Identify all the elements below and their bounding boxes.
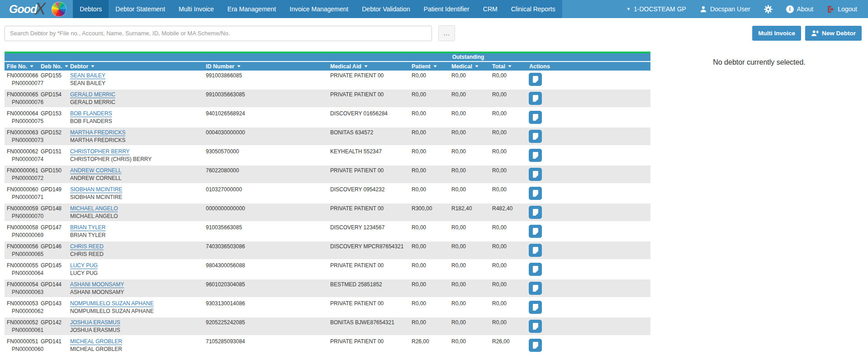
practice-name: 1-DOCSTEAM GP	[634, 5, 686, 13]
total-outstanding-cell: R26,00	[490, 336, 527, 354]
debtor-statement-button[interactable]	[529, 149, 542, 162]
table-row[interactable]: FN00000059 PN00000070 GPD148 MICHAEL ANG…	[5, 204, 650, 222]
column-header-file-no[interactable]: File No. ▼	[5, 63, 38, 70]
debtor-cell: MICHEAL GROBLER MICHEAL GROBLER	[68, 336, 204, 354]
id-number-cell: 76022080000	[204, 166, 328, 183]
table-row[interactable]: FN00000064 PN00000075 GPD153 BOB FLANDER…	[5, 109, 650, 128]
new-debtor-button[interactable]: New Debtor	[805, 26, 862, 41]
medical-outstanding-cell: R0,00	[449, 298, 490, 316]
table-row[interactable]: FN00000058 PN00000069 GPD147 BRIAN TYLER…	[5, 222, 650, 241]
search-input[interactable]	[5, 26, 432, 41]
nav-item[interactable]: Multi Invoice	[172, 0, 221, 18]
column-header-debtor[interactable]: Debtor ▼	[68, 63, 204, 70]
nav-item-label: Multi Invoice	[179, 5, 214, 13]
debtor-statement-button[interactable]	[529, 225, 542, 238]
debtor-name-link[interactable]: BOB FLANDERS	[70, 110, 112, 118]
table-row[interactable]: FN00000054 PN00000063 GPD144 ASHANI MOON…	[5, 279, 650, 298]
debtor-statement-button[interactable]	[529, 73, 542, 86]
debtor-name-link[interactable]: BRIAN TYLER	[70, 224, 105, 232]
nav-item[interactable]: Debtor Statement	[109, 0, 172, 18]
table-row[interactable]: FN00000066 PN00000077 GPD155 SEAN BAILEY…	[5, 71, 650, 90]
nav-item[interactable]: Debtors	[73, 0, 109, 18]
debtor-statement-button[interactable]	[529, 244, 542, 257]
patient-outstanding-cell: R0,00	[409, 166, 449, 183]
debtor-name-link[interactable]: CHRIS REED	[70, 243, 104, 251]
column-header-id-number[interactable]: ID Number ▼	[204, 63, 328, 70]
column-header-medical[interactable]: Medical ▼	[449, 63, 490, 70]
deb-no-cell: GPD149	[38, 185, 68, 202]
actions-cell	[527, 71, 650, 88]
table-row[interactable]: FN00000052 PN00000061 GPD142 JOSHUA ERAS…	[5, 317, 650, 336]
about-button[interactable]: i About	[786, 5, 814, 13]
debtor-name-link[interactable]: MICHEAL GROBLER	[70, 338, 122, 346]
nav-item[interactable]: Era Management	[221, 0, 283, 18]
medical-aid-cell: BESTMED 25851852	[328, 279, 409, 297]
debtor-statement-button[interactable]	[529, 92, 542, 105]
table-row[interactable]: FN00000051 PN00000060 GPD141 MICHEAL GRO…	[5, 336, 650, 355]
debtor-name-link[interactable]: SEAN BAILEY	[70, 72, 105, 80]
table-row[interactable]: FN00000056 PN00000065 GPD146 CHRIS REED …	[5, 241, 650, 260]
debtor-name-link[interactable]: NOMPUMILELO SUZAN APHANE	[70, 300, 154, 308]
settings-button[interactable]	[764, 5, 773, 14]
column-header-medical-aid[interactable]: Medical Aid ▼	[328, 63, 409, 70]
column-header-total[interactable]: Total ▼	[490, 63, 527, 70]
table-row[interactable]: FN00000060 PN00000071 GPD149 SIOBHAN MCI…	[5, 185, 650, 204]
debtor-statement-button[interactable]	[529, 320, 542, 333]
debtor-statement-button[interactable]	[529, 111, 542, 124]
user-menu[interactable]: Docspan User	[700, 5, 750, 13]
table-row[interactable]: FN00000061 PN00000072 GPD150 ANDREW CORN…	[5, 166, 650, 185]
debtor-statement-button[interactable]	[529, 339, 542, 352]
medical-aid-cell: PRIVATE PATIENT 00	[328, 71, 409, 88]
debtor-number: GPD153	[41, 110, 66, 118]
id-number-cell: 7105285093084	[204, 336, 328, 354]
debtor-name-link[interactable]: JOSHUA ERASMUS	[70, 319, 120, 327]
debtor-table: Outstanding File No. ▼ Deb No. ▼ Debtor …	[5, 52, 650, 355]
multi-invoice-button[interactable]: Multi Invoice	[752, 26, 801, 41]
search-options-button[interactable]: ...	[438, 25, 455, 41]
debtor-statement-button[interactable]	[529, 301, 542, 314]
debtor-statement-button[interactable]	[529, 263, 542, 276]
total-outstanding-cell: R0,00	[490, 222, 527, 240]
medical-outstanding-cell: R0,00	[449, 241, 490, 259]
table-row[interactable]: FN00000055 PN00000064 GPD145 LUCY PUG LU…	[5, 260, 650, 279]
debtor-name-link[interactable]: MICHAEL ANGELO	[70, 205, 118, 213]
table-row[interactable]: FN00000063 PN00000073 GPD152 MARTHA FRED…	[5, 128, 650, 147]
file-no-cell: FN00000054 PN00000063	[5, 279, 38, 297]
debtor-name-link[interactable]: LUCY PUG	[70, 262, 98, 270]
debtor-statement-button[interactable]	[529, 168, 542, 181]
debtor-statement-button[interactable]	[529, 206, 542, 219]
deb-no-cell: GPD145	[38, 260, 68, 278]
practice-selector[interactable]: ▼ 1-DOCSTEAM GP	[626, 5, 686, 13]
debtor-statement-button[interactable]	[529, 130, 542, 143]
debtor-statement-button[interactable]	[529, 187, 542, 200]
nav-item[interactable]: CRM	[476, 0, 504, 18]
nav-item[interactable]: Invoice Management	[283, 0, 355, 18]
column-label: Deb No.	[41, 63, 62, 70]
column-header-deb-no[interactable]: Deb No. ▼	[38, 63, 68, 70]
debtor-name-link[interactable]: CHRISTOPHER BERRY	[70, 148, 130, 156]
nav-item[interactable]: Patient Identifier	[417, 0, 476, 18]
medical-aid-cell: PRIVATE PATIENT 00	[328, 204, 409, 221]
logout-button[interactable]: Logout	[827, 5, 857, 13]
table-row[interactable]: FN00000062 PN00000074 GPD151 CHRISTOPHER…	[5, 147, 650, 166]
debtor-name-link[interactable]: ASHANI MOONSAMY	[70, 281, 124, 289]
debtor-name-link[interactable]: MARTHA FREDRICKS	[70, 129, 125, 137]
document-icon	[533, 209, 538, 216]
patient-full-name: ASHANI MOONSAMY	[70, 289, 201, 296]
medical-aid-cell: BONITAS BJWE87654321	[328, 317, 409, 335]
table-row[interactable]: FN00000053 PN00000062 GPD143 NOMPUMILELO…	[5, 298, 650, 317]
nav-item[interactable]: Clinical Reports	[504, 0, 562, 18]
debtor-statement-button[interactable]	[529, 282, 542, 295]
debtor-name-link[interactable]: ANDREW CORNELL	[70, 167, 121, 175]
patient-number: PN00000065	[7, 251, 36, 258]
actions-cell	[527, 166, 650, 183]
column-header-patient[interactable]: Patient ▼	[409, 63, 449, 70]
debtor-name-link[interactable]: GERALD MERRIC	[70, 91, 115, 99]
table-row[interactable]: FN00000065 PN00000076 GPD154 GERALD MERR…	[5, 90, 650, 109]
outstanding-label: Outstanding	[409, 53, 527, 61]
document-icon	[533, 228, 538, 235]
nav-item[interactable]: Debtor Validation	[355, 0, 417, 18]
medical-aid-cell: PRIVATE PATIENT 00	[328, 336, 409, 354]
nav-item-label: Clinical Reports	[511, 5, 555, 13]
debtor-name-link[interactable]: SIOBHAN MCINTIRE	[70, 186, 122, 194]
